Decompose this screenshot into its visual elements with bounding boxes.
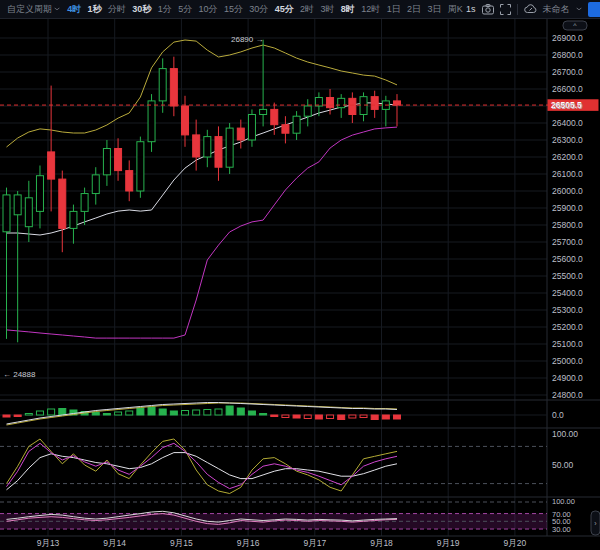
price-tick-label: 26700.0	[552, 67, 583, 77]
candle-body	[193, 135, 200, 157]
macd-histogram-bar	[248, 411, 255, 415]
period-button-15[interactable]: 1日	[383, 3, 403, 16]
price-tick-label: 25800.0	[552, 220, 583, 230]
macd-histogram-bar	[14, 415, 21, 417]
order-button[interactable]: 下单	[588, 2, 600, 17]
trading-chart-window: 26505.526890 →← 2488826900.026800.026700…	[0, 0, 600, 550]
toolbar: 自定义周期 4时1秒分时30秒1分5分10分15分30分45分2时3时8时12时…	[0, 0, 600, 19]
price-tick-label: 26200.0	[552, 152, 583, 162]
macd-histogram-bar	[360, 415, 367, 418]
price-tick-label: 26500.0	[552, 101, 583, 111]
period-button-5[interactable]: 1分	[155, 3, 175, 16]
price-tick-label: 26000.0	[552, 186, 583, 196]
candle-body	[360, 97, 367, 115]
candle-body	[260, 109, 267, 114]
custom-period-menu[interactable]: 自定义周期	[3, 3, 64, 16]
price-tick-label: 25600.0	[552, 254, 583, 264]
macd-histogram-bar	[182, 411, 189, 416]
candle-body	[282, 125, 289, 134]
toolbar-divider	[517, 4, 518, 15]
candle-body	[338, 98, 345, 107]
period-button-1[interactable]: 4时	[64, 3, 84, 16]
candle-body	[371, 97, 378, 110]
price-tick-label: 25700.0	[552, 237, 583, 247]
kdj-axis-label: 100.00	[552, 429, 578, 439]
price-tick-label: 24900.0	[552, 373, 583, 383]
custom-period-label: 自定义周期	[7, 3, 52, 16]
period-button-9[interactable]: 30分	[246, 3, 271, 16]
period-button-12[interactable]: 3时	[317, 3, 337, 16]
candle-body	[226, 128, 233, 167]
candle-body	[170, 69, 177, 106]
macd-histogram-bar	[293, 415, 300, 418]
period-button-13[interactable]: 8时	[338, 3, 358, 16]
macd-histogram-bar	[137, 408, 144, 415]
candle-body	[271, 109, 278, 124]
time-axis-label: 9月17	[303, 538, 326, 548]
price-tick-label: 25400.0	[552, 288, 583, 298]
macd-histogram-bar	[226, 406, 233, 415]
macd-histogram-bar	[215, 409, 222, 415]
price-tick-label: 26300.0	[552, 135, 583, 145]
period-button-4[interactable]: 30秒	[129, 3, 154, 16]
candle-body	[182, 106, 189, 135]
candle-body	[327, 98, 334, 108]
interval-badge[interactable]: 1s	[466, 4, 476, 14]
macd-histogram-bar	[393, 415, 400, 419]
time-axis-label: 9月14	[103, 538, 126, 548]
period-button-3[interactable]: 分时	[105, 3, 129, 16]
macd-histogram-bar	[36, 411, 43, 415]
macd-histogram-bar	[382, 415, 389, 419]
macd-histogram-bar	[282, 415, 289, 418]
period-button-8[interactable]: 15分	[221, 3, 246, 16]
time-axis-label: 9月18	[370, 538, 393, 548]
period-button-2[interactable]: 1秒	[84, 3, 104, 16]
candle-body	[293, 116, 300, 133]
layout-name[interactable]: 未命名	[543, 3, 570, 16]
candle-body	[237, 128, 244, 140]
macd-histogram-bar	[103, 414, 110, 416]
candle-body	[103, 149, 110, 175]
fullscreen-icon[interactable]	[500, 4, 511, 15]
candle-body	[393, 101, 400, 105]
period-button-6[interactable]: 5分	[175, 3, 195, 16]
macd-histogram-bar	[315, 415, 322, 419]
candle-body	[248, 115, 255, 141]
period-button-16[interactable]: 2日	[404, 3, 424, 16]
period-button-7[interactable]: 10分	[195, 3, 220, 16]
kdj-axis-label: 50.00	[552, 460, 574, 470]
period-button-17[interactable]: 3日	[424, 3, 444, 16]
price-tick-label: 25200.0	[552, 322, 583, 332]
period-button-11[interactable]: 2时	[297, 3, 317, 16]
price-tick-label: 24800.0	[552, 390, 583, 400]
time-axis-label: 9月20	[504, 538, 527, 548]
macd-histogram-bar	[126, 411, 133, 415]
price-tick-label: 25900.0	[552, 203, 583, 213]
period-buttons: 4时1秒分时30秒1分5分10分15分30分45分2时3时8时12时1日2日3日…	[64, 3, 466, 16]
high-annotation: 26890 →	[231, 35, 263, 44]
candle-body	[115, 149, 122, 171]
candle-body	[92, 175, 99, 194]
period-button-14[interactable]: 12时	[358, 3, 383, 16]
price-tick-label: 25300.0	[552, 305, 583, 315]
low-annotation: ← 24888	[3, 370, 36, 379]
macd-histogram-bar	[48, 409, 55, 415]
candle-body	[204, 137, 211, 157]
price-tick-label: 25500.0	[552, 271, 583, 281]
candle-body	[215, 137, 222, 168]
candle-body	[126, 171, 133, 191]
price-tick-label: 25100.0	[552, 339, 583, 349]
cloud-icon[interactable]	[524, 4, 537, 14]
camera-icon[interactable]	[482, 4, 494, 15]
candle-body	[59, 179, 66, 228]
candle-body	[48, 152, 55, 179]
time-axis-label: 9月19	[437, 538, 460, 548]
period-button-18[interactable]: 周K	[445, 3, 466, 16]
layout-chevron-down-icon[interactable]	[576, 7, 582, 10]
macd-axis-label: 0.0	[552, 410, 564, 420]
candle-body	[14, 195, 21, 215]
period-button-10[interactable]: 45分	[272, 3, 297, 16]
macd-histogram-bar	[115, 412, 122, 415]
price-tick-label: 26800.0	[552, 50, 583, 60]
chart-canvas[interactable]: 26505.526890 →← 2488826900.026800.026700…	[0, 0, 600, 550]
